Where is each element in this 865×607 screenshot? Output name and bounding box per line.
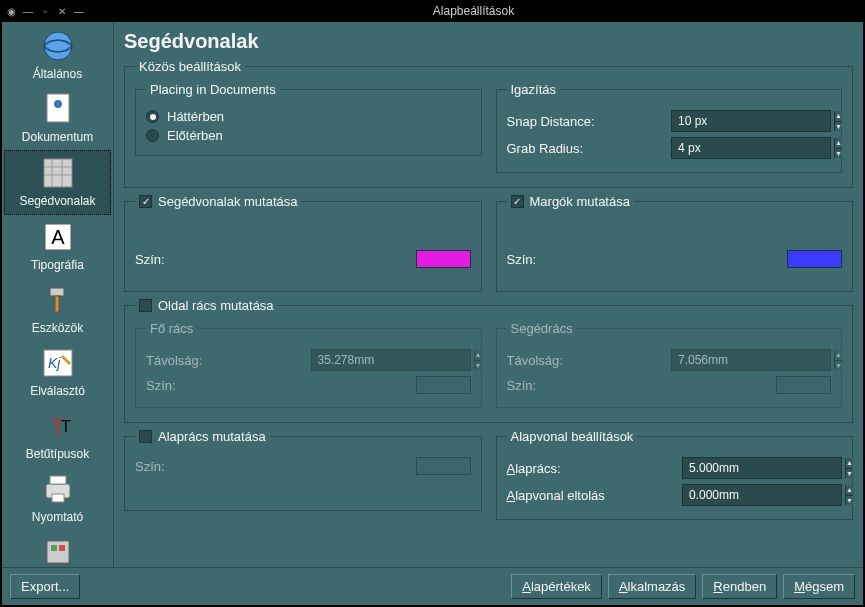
sub-grid-distance-input: ▲▼ xyxy=(671,349,831,371)
maximize-icon[interactable]: ▫ xyxy=(38,4,52,18)
defaults-button[interactable]: Alapértékek xyxy=(511,574,602,599)
settings-panel: Segédvonalak Közös beállítások Placing i… xyxy=(114,22,863,567)
main-grid-distance-input: ▲▼ xyxy=(311,349,471,371)
sidebar-item-document[interactable]: Dokumentum xyxy=(4,87,111,150)
group-sub-grid: Segédrács Távolság: ▲▼ Szín: xyxy=(496,321,843,408)
group-main-grid: Fő rács Távolság: ▲▼ Szín: xyxy=(135,321,482,408)
ok-button[interactable]: Rendben xyxy=(702,574,777,599)
group-common: Közös beállítások Placing in Documents H… xyxy=(124,59,853,188)
shade-icon[interactable]: — xyxy=(72,4,86,18)
guides-icon xyxy=(40,155,76,191)
group-show-margins: Margók mutatása Szín: xyxy=(496,194,854,292)
base-grid-color-swatch xyxy=(416,457,471,475)
svg-point-0 xyxy=(44,32,72,60)
chevron-up-icon[interactable]: ▲ xyxy=(834,111,842,122)
cancel-button[interactable]: Mégsem xyxy=(783,574,855,599)
svg-rect-22 xyxy=(59,545,65,551)
svg-rect-19 xyxy=(52,494,64,502)
svg-rect-11 xyxy=(50,288,64,296)
baseline-grid-input[interactable]: ▲▼ xyxy=(682,457,842,479)
group-page-grid: Oldal rács mutatása Fő rács Távolság: ▲▼… xyxy=(124,298,853,423)
chevron-down-icon[interactable]: ▼ xyxy=(845,469,853,479)
main-grid-color-swatch xyxy=(416,376,471,394)
sidebar: Általános Dokumentum Segédvonalak A Tipo… xyxy=(2,22,114,567)
preflight-icon xyxy=(40,534,76,567)
sidebar-item-typography[interactable]: A Tipográfia xyxy=(4,215,111,278)
group-base-grid: Alaprács mutatása Szín: xyxy=(124,429,482,511)
svg-rect-4 xyxy=(44,159,72,187)
radio-foreground[interactable]: Előtérben xyxy=(146,128,471,143)
chevron-up-icon[interactable]: ▲ xyxy=(845,485,853,496)
sidebar-item-tools[interactable]: Eszközök xyxy=(4,278,111,341)
svg-rect-20 xyxy=(47,541,69,563)
chevron-down-icon[interactable]: ▼ xyxy=(834,122,842,132)
svg-text:Kj: Kj xyxy=(48,355,61,371)
radio-off-icon xyxy=(146,129,159,142)
svg-rect-12 xyxy=(55,296,59,312)
sub-grid-color-swatch xyxy=(776,376,831,394)
printer-icon xyxy=(40,471,76,507)
chevron-down-icon[interactable]: ▼ xyxy=(845,496,853,506)
sidebar-item-printer[interactable]: Nyomtató xyxy=(4,467,111,530)
sidebar-item-fonts[interactable]: TT Betűtípusok xyxy=(4,404,111,467)
titlebar: ◉ — ▫ ✕ — Alapbeállítások xyxy=(0,0,865,22)
hammer-icon xyxy=(40,282,76,318)
svg-rect-18 xyxy=(50,476,66,484)
page-title: Segédvonalak xyxy=(124,30,853,53)
sidebar-item-preflight[interactable]: Preflight Veri... xyxy=(4,530,111,567)
apply-button[interactable]: Alkalmazás xyxy=(608,574,696,599)
svg-rect-21 xyxy=(51,545,57,551)
svg-text:T: T xyxy=(61,418,71,435)
guide-color-swatch[interactable] xyxy=(416,250,471,268)
export-button[interactable]: Export... xyxy=(10,574,80,599)
margin-color-swatch[interactable] xyxy=(787,250,842,268)
radio-background[interactable]: Háttérben xyxy=(146,109,471,124)
sidebar-item-guides[interactable]: Segédvonalak xyxy=(4,150,111,215)
close-icon[interactable]: ✕ xyxy=(55,4,69,18)
radio-on-icon xyxy=(146,110,159,123)
group-placing: Placing in Documents Háttérben Előtérben xyxy=(135,82,482,156)
chevron-up-icon[interactable]: ▲ xyxy=(834,138,842,149)
fonts-icon: TT xyxy=(40,408,76,444)
grab-radius-input[interactable]: ▲▼ xyxy=(671,137,831,159)
chevron-down-icon[interactable]: ▼ xyxy=(834,149,842,159)
chevron-up-icon[interactable]: ▲ xyxy=(845,458,853,469)
checkbox-base-grid[interactable] xyxy=(139,430,152,443)
app-icon: ◉ xyxy=(4,4,18,18)
minimize-icon[interactable]: — xyxy=(21,4,35,18)
checkbox-page-grid[interactable] xyxy=(139,299,152,312)
window-title: Alapbeállítások xyxy=(86,4,861,18)
checkbox-show-guides[interactable] xyxy=(139,195,152,208)
button-bar: Export... Alapértékek Alkalmazás Rendben… xyxy=(2,567,863,605)
sidebar-item-general[interactable]: Általános xyxy=(4,24,111,87)
group-alignment: Igazítás Snap Distance: ▲▼ Grab Radius: … xyxy=(496,82,843,173)
svg-text:A: A xyxy=(51,226,65,248)
hyphenation-icon: Kj xyxy=(40,345,76,381)
typography-icon: A xyxy=(40,219,76,255)
checkbox-show-margins[interactable] xyxy=(511,195,524,208)
baseline-offset-input[interactable]: ▲▼ xyxy=(682,484,842,506)
group-baseline-settings: Alapvonal beállítások Alaprács: ▲▼ Alapv… xyxy=(496,429,854,520)
sidebar-item-hyphenation[interactable]: Kj Elválasztó xyxy=(4,341,111,404)
svg-point-3 xyxy=(54,100,62,108)
document-icon xyxy=(40,91,76,127)
group-show-guides: Segédvonalak mutatása Szín: xyxy=(124,194,482,292)
globe-icon xyxy=(40,28,76,64)
snap-distance-input[interactable]: ▲▼ xyxy=(671,110,831,132)
